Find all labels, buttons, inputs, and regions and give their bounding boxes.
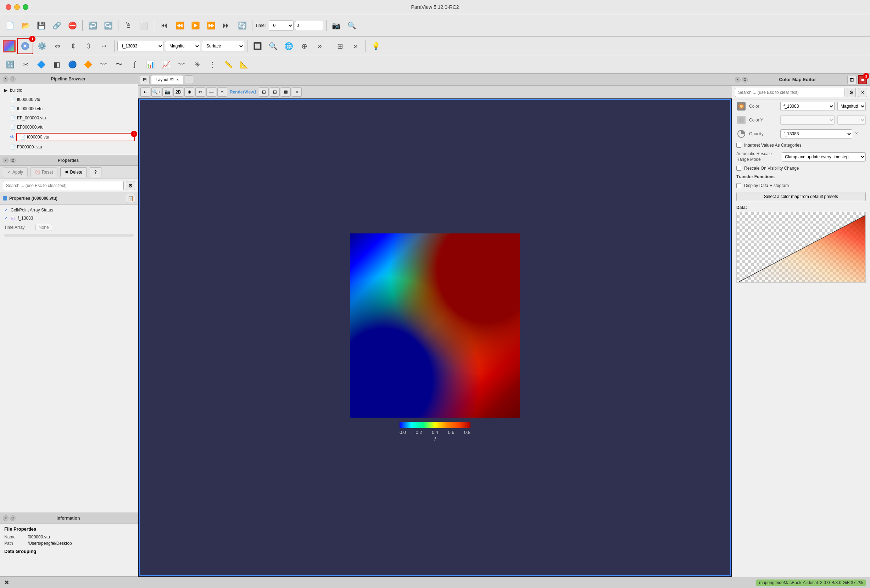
display-histogram-checkbox[interactable] <box>736 183 741 188</box>
zoom-in-button[interactable]: 🔍+ <box>151 88 161 97</box>
cme-undock-button[interactable]: ⊡ <box>742 77 748 83</box>
reset-view-button[interactable]: ↩ <box>140 88 150 97</box>
color-y-mode-select[interactable] <box>837 116 866 125</box>
list-item[interactable]: 📄 lf_000000.vtu <box>7 104 138 113</box>
camera-button[interactable]: 📷 <box>162 88 172 97</box>
cme-search-close-button[interactable]: × <box>858 88 867 97</box>
more-render-button[interactable]: » <box>218 88 227 97</box>
properties-search-input[interactable] <box>3 181 124 190</box>
field-selector[interactable]: f_13083 <box>117 41 164 51</box>
render-view[interactable]: 0.0 0.2 0.4 0.6 0.8 f <box>138 98 732 577</box>
rescale-visibility-checkbox[interactable] <box>736 166 741 171</box>
color-mode-select[interactable]: Magnitud <box>837 102 866 111</box>
time-input[interactable] <box>295 21 323 30</box>
transform-x-button[interactable]: ⇔ <box>50 39 64 53</box>
integrate-button[interactable]: ∫ <box>128 57 142 71</box>
list-item[interactable]: 📄 lf000000.vtu <box>7 95 138 104</box>
list-item[interactable]: 📄 F000000-.vtu <box>7 143 138 151</box>
interpret-categories-checkbox[interactable] <box>736 143 741 148</box>
2d-mode-button[interactable]: 2D <box>173 88 183 97</box>
selected-pipeline-item[interactable]: 📄 f000000.vtu 1 <box>16 133 135 141</box>
time-select[interactable]: 0 <box>269 20 293 31</box>
skip-back-button[interactable]: ⏮ <box>157 18 171 33</box>
h-scrollbar[interactable] <box>4 234 134 237</box>
split-v-button[interactable]: ⊟ <box>270 88 280 97</box>
disconnect-button[interactable]: ⛔ <box>65 18 79 33</box>
streamline-button[interactable]: 〰 <box>97 57 110 71</box>
redo-button[interactable]: ↪️ <box>101 18 115 33</box>
apply-button[interactable]: ✓ Apply <box>3 167 28 177</box>
extract-button[interactable]: 🔶 <box>81 57 95 71</box>
help-button[interactable]: ? <box>90 167 101 177</box>
minimize-window-button[interactable] <box>14 4 20 10</box>
reset-button[interactable]: 🚫 Reset <box>30 167 57 177</box>
cme-search-settings-button[interactable]: ⚙ <box>846 88 856 97</box>
pick-button[interactable]: ✂ <box>195 88 205 97</box>
list-item[interactable]: 📄 EF000000.vtu <box>7 123 138 132</box>
zoom-reset-button[interactable]: ⊕ <box>184 88 194 97</box>
info-undock-button[interactable]: ⊡ <box>10 515 16 521</box>
clip-button[interactable]: ✂ <box>18 57 33 71</box>
delete-button[interactable]: ✖ Delete <box>60 167 87 177</box>
props-close-button[interactable]: × <box>3 157 9 163</box>
orient-x-button[interactable]: 🌐 <box>282 39 296 53</box>
undo-button[interactable]: ↩️ <box>85 18 100 33</box>
transform-y-button[interactable]: ⇕ <box>66 39 80 53</box>
close-window-button[interactable] <box>6 4 11 10</box>
transform-xy-button[interactable]: ⇳ <box>82 39 96 53</box>
move-button[interactable]: ↔ <box>97 39 111 53</box>
display-mode-selector[interactable]: Surface <box>202 41 244 51</box>
skip-forward-button[interactable]: ⏭ <box>219 18 234 33</box>
open-file-button[interactable]: 📂 <box>18 18 33 33</box>
more-button[interactable]: » <box>313 39 327 53</box>
warp-button[interactable]: 〜 <box>112 57 126 71</box>
close-render-button[interactable]: × <box>292 88 302 97</box>
threshold-button[interactable]: ◧ <box>50 57 64 71</box>
orient-y-button[interactable]: ⊕ <box>297 39 311 53</box>
zoom-to-data-button[interactable]: 🔍 <box>266 39 280 53</box>
props-undock-button[interactable]: ⊡ <box>10 157 16 163</box>
zoom-button[interactable]: 🔍 <box>345 18 359 33</box>
slice-button[interactable]: 🔷 <box>34 57 48 71</box>
split-h-button[interactable]: ⊞ <box>259 88 269 97</box>
layout-icon-button[interactable]: ⊞ <box>140 75 150 84</box>
panel-close-button[interactable]: × <box>3 76 9 82</box>
more2-button[interactable]: » <box>349 39 363 53</box>
ruler-button[interactable]: 📏 <box>221 57 235 71</box>
chart-button[interactable]: 📊 <box>143 57 157 71</box>
calculator-button[interactable]: 🔢 <box>3 57 17 71</box>
wavelet-button[interactable]: 〰 <box>174 57 189 71</box>
select-colormap-button[interactable]: Select a color map from default presets <box>736 192 866 201</box>
layout-tab-1[interactable]: Layout #1 × <box>151 75 183 84</box>
select-surface-button[interactable]: — <box>206 88 216 97</box>
new-file-button[interactable]: 📄 <box>3 18 17 33</box>
prev-frame-button[interactable]: ⏪ <box>173 18 187 33</box>
pipeline-root-item[interactable]: ▶ builtin: <box>0 86 138 95</box>
cme-search-input[interactable] <box>735 88 845 97</box>
maximize-render-button[interactable]: ⊠ <box>281 88 291 97</box>
next-frame-button[interactable]: ⏩ <box>204 18 218 33</box>
glyph-button[interactable]: ✳ <box>190 57 204 71</box>
interact-button[interactable]: 🖱 <box>121 18 136 33</box>
cme-close-button[interactable]: × <box>735 77 740 83</box>
reset-camera-button[interactable]: 🔲 <box>250 39 264 53</box>
component-selector[interactable]: Magnitu <box>165 41 200 51</box>
add-layout-button[interactable]: + <box>185 76 193 84</box>
maximize-window-button[interactable] <box>23 4 28 10</box>
play-button[interactable]: ▶️ <box>188 18 203 33</box>
color-field-select[interactable]: f_13083 <box>780 102 834 111</box>
layout-button[interactable]: ⊞ <box>333 39 347 53</box>
pointdata-button[interactable]: ⋮ <box>206 57 220 71</box>
properties-settings-button[interactable]: ⚙ <box>126 181 135 190</box>
snapshot-button[interactable]: 📷 <box>329 18 344 33</box>
connect-button[interactable]: 🔗 <box>50 18 64 33</box>
fft-button[interactable]: 📈 <box>159 57 173 71</box>
light-button[interactable]: 💡 <box>369 39 383 53</box>
properties-icon-button[interactable]: ⚙️ <box>35 39 49 53</box>
save-button[interactable]: 💾 <box>34 18 48 33</box>
cme-icon-btn-1[interactable]: ⊞ <box>847 75 857 84</box>
opacity-field-select[interactable]: f_13083 <box>780 129 852 138</box>
panel-undock-button[interactable]: ⊡ <box>10 76 16 82</box>
copy-properties-button[interactable]: 📋 <box>126 194 135 203</box>
loop-button[interactable]: 🔄 <box>235 18 249 33</box>
